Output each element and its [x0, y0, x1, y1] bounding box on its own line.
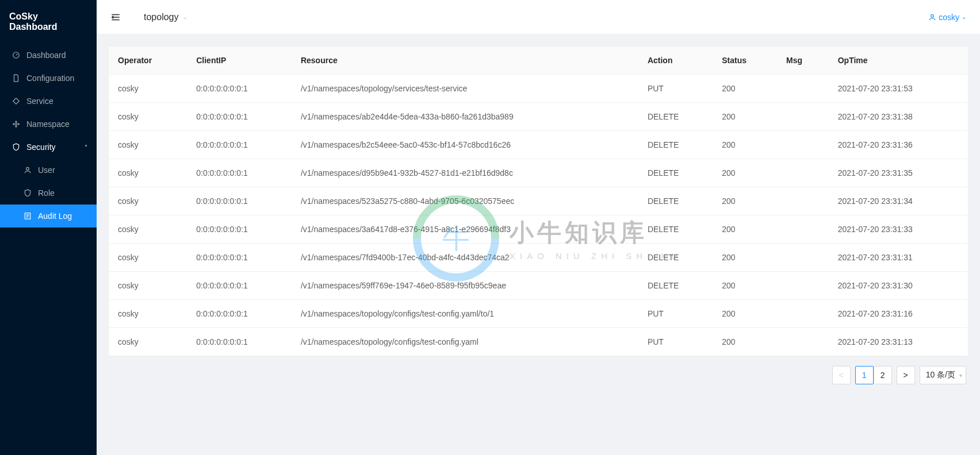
breadcrumb-label: topology: [144, 12, 179, 22]
cell-clientIp: 0:0:0:0:0:0:0:1: [187, 300, 292, 328]
cell-status: 200: [713, 328, 777, 356]
table-row: cosky0:0:0:0:0:0:0:1/v1/namespaces/b2c54…: [109, 131, 968, 159]
sidebar: CoSky Dashboard DashboardConfigurationSe…: [0, 0, 97, 455]
cell-action: DELETE: [638, 244, 713, 272]
cell-status: 200: [713, 103, 777, 131]
cell-clientIp: 0:0:0:0:0:0:0:1: [187, 75, 292, 103]
audit-icon: [23, 212, 32, 220]
cell-msg: [777, 272, 829, 300]
fold-menu-icon[interactable]: [110, 12, 121, 22]
table-row: cosky0:0:0:0:0:0:0:1/v1/namespaces/topol…: [109, 300, 968, 328]
pagination-page-2[interactable]: 2: [874, 366, 892, 384]
cell-msg: [777, 131, 829, 159]
cell-resource: /v1/namespaces/59ff769e-1947-46e0-8589-f…: [292, 272, 638, 300]
cell-opTime: 2021-07-20 23:31:31: [829, 244, 968, 272]
sidebar-item-label: User: [38, 165, 55, 175]
table-row: cosky0:0:0:0:0:0:0:1/v1/namespaces/d95b9…: [109, 159, 968, 187]
column-header-msg: Msg: [777, 47, 829, 75]
sidebar-item-label: Audit Log: [38, 211, 72, 221]
tag-icon: [12, 97, 21, 105]
cell-action: PUT: [638, 75, 713, 103]
dashboard-icon: [12, 51, 21, 59]
column-header-status: Status: [713, 47, 777, 75]
cell-resource: /v1/namespaces/topology/configs/test-con…: [292, 300, 638, 328]
cell-action: DELETE: [638, 215, 713, 244]
table-header-row: OperatorClientIPResourceActionStatusMsgO…: [109, 47, 968, 75]
cell-resource: /v1/namespaces/ab2e4d4e-5dea-433a-b860-f…: [292, 103, 638, 131]
cell-status: 200: [713, 300, 777, 328]
cell-operator: cosky: [109, 103, 187, 131]
cell-msg: [777, 244, 829, 272]
sidebar-item-dashboard[interactable]: Dashboard: [0, 44, 97, 67]
cell-operator: cosky: [109, 272, 187, 300]
cell-status: 200: [713, 215, 777, 244]
cell-msg: [777, 328, 829, 356]
cell-opTime: 2021-07-20 23:31:35: [829, 159, 968, 187]
pagination-prev[interactable]: <: [832, 366, 851, 384]
sidebar-item-label: Role: [38, 188, 55, 198]
topbar: topology ⌄ cosky ⌄: [97, 0, 980, 34]
sidebar-item-service[interactable]: Service: [0, 90, 97, 113]
cell-clientIp: 0:0:0:0:0:0:0:1: [187, 328, 292, 356]
svg-point-5: [26, 167, 29, 170]
file-icon: [12, 74, 21, 82]
sidebar-item-namespace[interactable]: Namespace: [0, 113, 97, 136]
cell-clientIp: 0:0:0:0:0:0:0:1: [187, 244, 292, 272]
cell-resource: /v1/namespaces/d95b9e41-932b-4527-81d1-e…: [292, 159, 638, 187]
cell-msg: [777, 187, 829, 215]
cell-msg: [777, 75, 829, 103]
sidebar-item-audit-log[interactable]: Audit Log: [0, 205, 97, 228]
table-row: cosky0:0:0:0:0:0:0:1/v1/namespaces/topol…: [109, 328, 968, 356]
shield-icon: [23, 189, 32, 197]
svg-point-1: [13, 124, 14, 125]
cell-status: 200: [713, 244, 777, 272]
cell-action: PUT: [638, 300, 713, 328]
cell-opTime: 2021-07-20 23:31:30: [829, 272, 968, 300]
cell-clientIp: 0:0:0:0:0:0:0:1: [187, 272, 292, 300]
cell-status: 200: [713, 131, 777, 159]
user-icon: [928, 13, 936, 21]
pagination-next[interactable]: >: [897, 366, 915, 384]
cluster-icon: [12, 120, 21, 128]
sidebar-item-label: Configuration: [26, 74, 74, 83]
svg-point-3: [18, 124, 19, 125]
sidebar-item-configuration[interactable]: Configuration: [0, 67, 97, 90]
user-icon: [23, 166, 32, 174]
cell-resource: /v1/namespaces/523a5275-c880-4abd-9705-6…: [292, 187, 638, 215]
cell-clientIp: 0:0:0:0:0:0:0:1: [187, 215, 292, 244]
cell-opTime: 2021-07-20 23:31:33: [829, 215, 968, 244]
cell-resource: /v1/namespaces/topology/configs/test-con…: [292, 328, 638, 356]
table-body: cosky0:0:0:0:0:0:0:1/v1/namespaces/topol…: [109, 75, 968, 356]
cell-opTime: 2021-07-20 23:31:13: [829, 328, 968, 356]
column-header-resource: Resource: [292, 47, 638, 75]
table-row: cosky0:0:0:0:0:0:0:1/v1/namespaces/topol…: [109, 75, 968, 103]
sidebar-item-security[interactable]: Security˄: [0, 136, 97, 159]
sidebar-item-user[interactable]: User: [0, 159, 97, 182]
audit-log-table: OperatorClientIPResourceActionStatusMsgO…: [109, 47, 968, 356]
cell-msg: [777, 159, 829, 187]
cell-clientIp: 0:0:0:0:0:0:0:1: [187, 187, 292, 215]
user-menu[interactable]: cosky ⌄: [928, 13, 966, 22]
cell-operator: cosky: [109, 300, 187, 328]
chevron-down-icon: ⌄: [182, 13, 187, 21]
cell-action: DELETE: [638, 159, 713, 187]
table-row: cosky0:0:0:0:0:0:0:1/v1/namespaces/59ff7…: [109, 272, 968, 300]
audit-log-table-card: OperatorClientIPResourceActionStatusMsgO…: [108, 46, 968, 357]
sidebar-item-label: Service: [26, 97, 53, 106]
cell-clientIp: 0:0:0:0:0:0:0:1: [187, 103, 292, 131]
pagination-size-select[interactable]: 10 条/页: [920, 366, 966, 384]
cell-msg: [777, 103, 829, 131]
cell-resource: /v1/namespaces/3a6417d8-e376-4915-a8c1-e…: [292, 215, 638, 244]
chevron-down-icon: ⌄: [962, 14, 966, 20]
breadcrumb[interactable]: topology ⌄: [144, 12, 187, 22]
cell-operator: cosky: [109, 244, 187, 272]
chevron-up-icon: ˄: [85, 144, 87, 151]
pagination-page-1[interactable]: 1: [855, 366, 874, 384]
cell-opTime: 2021-07-20 23:31:36: [829, 131, 968, 159]
cell-operator: cosky: [109, 159, 187, 187]
sidebar-item-label: Dashboard: [26, 51, 66, 60]
sidebar-item-role[interactable]: Role: [0, 182, 97, 205]
cell-operator: cosky: [109, 131, 187, 159]
cell-resource: /v1/namespaces/7fd9400b-17ec-40bd-a4fc-4…: [292, 244, 638, 272]
sidebar-item-label: Security: [26, 142, 56, 152]
